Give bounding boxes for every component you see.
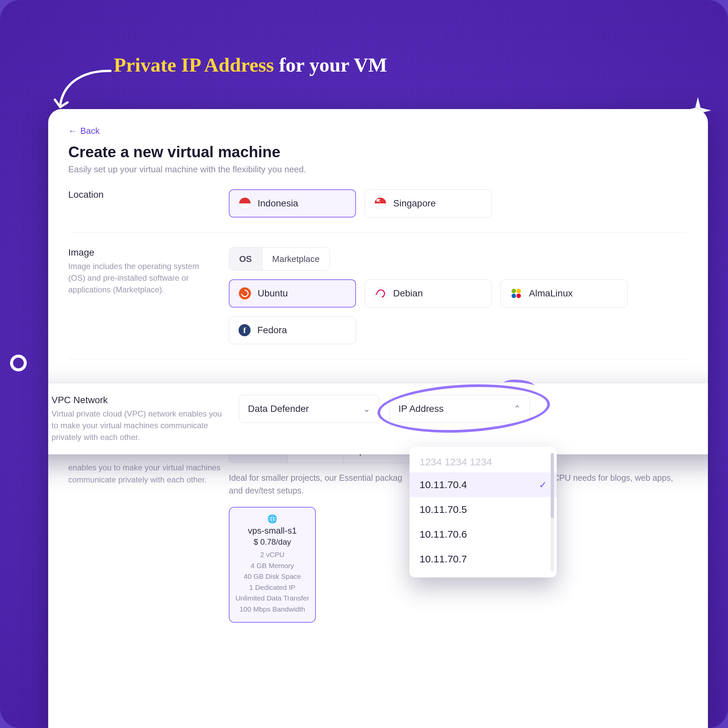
section-image: Image Image includes the operating syste… <box>68 232 688 359</box>
ip-option[interactable]: 10.11.70.7 <box>410 547 557 571</box>
chevron-up-icon: ⌃ <box>514 404 521 414</box>
ip-option[interactable]: 10.11.70.4 ✓ <box>410 473 557 497</box>
image-source-tabs: OS Marketplace <box>229 247 330 271</box>
ip-address-dropdown: 1234 1234 1234 10.11.70.4 ✓ 10.11.70.5 1… <box>410 447 557 577</box>
vpc-network-value: Data Defender <box>248 404 309 414</box>
almalinux-icon <box>510 288 522 300</box>
check-icon: ✓ <box>539 479 547 491</box>
ip-search-input[interactable]: 1234 1234 1234 <box>410 452 557 473</box>
section-vpc-network: VPC Network Virtual private cloud (VPC) … <box>48 383 708 454</box>
section-location: Location Indonesia Singapore <box>68 174 688 232</box>
page-subtitle: Easily set up your virtual machine with … <box>68 164 688 174</box>
chevron-down-icon: ⌄ <box>363 404 370 414</box>
vpc-help-underlay: enables you to make your virtual machine… <box>68 462 229 486</box>
vpc-network-select[interactable]: Data Defender ⌄ <box>239 395 379 423</box>
plan-spec: 2 vCPU <box>234 549 311 560</box>
flag-indonesia-icon <box>239 197 251 210</box>
plan-spec: Unlimited Data Transfer <box>234 593 311 604</box>
image-option-debian[interactable]: Debian <box>365 279 492 307</box>
plan-spec: 4 GB Memory <box>234 560 311 571</box>
image-option-ubuntu[interactable]: Ubuntu <box>229 279 356 307</box>
fedora-icon <box>239 324 251 336</box>
back-button[interactable]: ← Back <box>68 126 100 136</box>
vm-create-card: ← Back Create a new virtual machine Easi… <box>48 109 708 728</box>
page-title: Create a new virtual machine <box>68 143 688 161</box>
ubuntu-icon <box>239 288 251 300</box>
back-label: Back <box>80 126 100 136</box>
tab-marketplace[interactable]: Marketplace <box>262 248 330 270</box>
plan-name: vps-small-s1 <box>234 526 311 536</box>
location-option-indonesia[interactable]: Indonesia <box>229 190 356 217</box>
debian-icon <box>375 288 386 300</box>
globe-icon: 🌐 <box>234 514 311 524</box>
flag-singapore-icon <box>375 197 386 210</box>
ip-address-select[interactable]: IP Address ⌃ <box>389 395 530 423</box>
ip-option[interactable]: 10.11.70.6 <box>410 522 557 547</box>
vpc-help: Virtual private cloud (VPC) network enab… <box>52 408 222 443</box>
arrow-left-icon: ← <box>68 126 77 136</box>
plan-card[interactable]: 🌐 vps-small-s1 $ 0.78/day 2 vCPU 4 GB Me… <box>229 507 316 622</box>
image-option-almalinux[interactable]: AlmaLinux <box>500 279 628 307</box>
annotation-arrow-icon <box>50 67 114 114</box>
plan-spec: 100 Mbps Bandwidth <box>234 604 311 615</box>
ip-option[interactable]: 10.11.70.5 <box>410 497 557 522</box>
image-option-fedora[interactable]: Fedora <box>229 316 356 344</box>
tab-os[interactable]: OS <box>229 248 262 270</box>
location-label: Location <box>68 190 209 200</box>
vpc-label: VPC Network <box>52 395 222 405</box>
dropdown-scrollbar[interactable] <box>551 453 554 571</box>
image-label: Image <box>68 247 209 258</box>
plan-spec: 40 GB Disk Space <box>234 571 311 582</box>
ip-address-label: IP Address <box>398 404 444 414</box>
ring-decoration-icon <box>10 355 27 372</box>
plan-spec: 1 Dedicated IP <box>234 582 311 593</box>
image-help: Image includes the operating system (OS)… <box>68 261 209 295</box>
plan-price: $ 0.78/day <box>234 537 311 547</box>
promo-annotation: Private IP Address for your VM <box>114 54 688 76</box>
location-option-singapore[interactable]: Singapore <box>365 190 492 217</box>
